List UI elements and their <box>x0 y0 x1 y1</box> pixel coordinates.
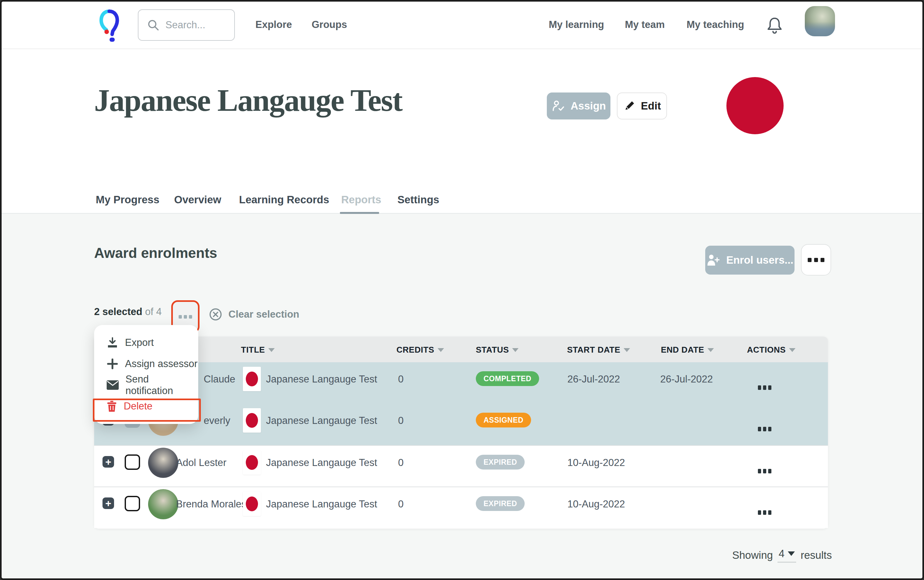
learner-name[interactable]: Adol Lester <box>176 457 226 468</box>
table-row[interactable]: + everly Japanese Langauge Test 0 ASSIGN… <box>94 404 828 445</box>
status-badge: EXPIRED <box>476 455 525 470</box>
expand-row-icon[interactable]: + <box>102 456 114 468</box>
nav-my-teaching[interactable]: My teaching <box>686 19 744 31</box>
enrol-users-label: Enrol users... <box>726 254 793 266</box>
credits-value: 0 <box>398 498 404 510</box>
column-header-end-date[interactable]: END DATE <box>661 345 714 355</box>
plus-icon <box>106 358 119 370</box>
row-actions-button[interactable] <box>758 469 771 473</box>
clear-circle-x-icon <box>208 307 223 321</box>
selection-count: 2 selected <box>94 306 142 317</box>
status-badge: COMPLETED <box>476 371 539 386</box>
tab-overview[interactable]: Overview <box>174 194 221 206</box>
enrolments-table: TITLE CREDITS STATUS START DATE END DATE… <box>94 336 828 529</box>
sort-caret-icon <box>789 348 795 352</box>
end-date: 26-Jul-2022 <box>660 374 713 385</box>
page-title: Japanese Langauge Test <box>94 82 402 118</box>
nav-my-team[interactable]: My team <box>625 19 665 31</box>
credits-value: 0 <box>398 374 404 385</box>
credits-value: 0 <box>398 415 404 427</box>
award-title[interactable]: Japanese Langauge Test <box>266 415 377 427</box>
brand-logo-icon[interactable] <box>98 9 120 42</box>
table-row[interactable]: + Brenda Morales Japanese Langauge Test … <box>94 486 828 528</box>
column-header-credits[interactable]: CREDITS <box>396 345 444 355</box>
menu-item-export[interactable]: Export <box>94 332 198 353</box>
award-title[interactable]: Japanese Langauge Test <box>266 374 377 385</box>
sort-caret-icon <box>268 348 275 352</box>
tab-learning-records[interactable]: Learning Records <box>239 194 329 206</box>
pencil-icon <box>623 100 636 112</box>
start-date: 10-Aug-2022 <box>568 498 625 510</box>
expand-row-icon[interactable]: + <box>102 498 114 509</box>
section-more-button[interactable] <box>801 244 831 275</box>
more-icon <box>179 315 182 319</box>
column-header-actions[interactable]: ACTIONS <box>747 345 795 355</box>
enrol-users-button[interactable]: Enrol users... <box>705 246 795 275</box>
row-avatar <box>148 448 178 478</box>
sort-caret-icon <box>512 348 518 352</box>
search-icon <box>147 19 160 31</box>
row-actions-button[interactable] <box>758 386 771 390</box>
assign-button[interactable]: Assign <box>547 92 610 119</box>
start-date: 26-Jul-2022 <box>568 374 620 385</box>
results-pagination: Showing 4 results <box>732 547 832 563</box>
app-window: Explore Groups My learning My team My te… <box>0 0 924 580</box>
envelope-icon <box>106 380 119 390</box>
results-label: results <box>800 549 832 561</box>
assign-button-label: Assign <box>571 100 606 112</box>
edit-button[interactable]: Edit <box>617 92 667 119</box>
edit-button-label: Edit <box>641 100 661 112</box>
award-thumbnail-japan-flag <box>243 450 261 475</box>
bulk-actions-menu: Export Assign assessor Send notification… <box>94 325 198 424</box>
column-header-title[interactable]: TITLE <box>241 345 275 355</box>
award-title[interactable]: Japanese Langauge Test <box>266 457 377 468</box>
column-header-start-date[interactable]: START DATE <box>567 345 630 355</box>
section-heading: Award enrolments <box>94 245 217 261</box>
status-badge: EXPIRED <box>476 496 525 511</box>
nav-groups[interactable]: Groups <box>312 19 347 31</box>
row-actions-button[interactable] <box>758 427 771 431</box>
sort-caret-icon <box>437 348 444 352</box>
menu-item-assign-assessor[interactable]: Assign assessor <box>94 353 198 374</box>
nav-explore[interactable]: Explore <box>256 19 292 31</box>
award-thumbnail-japan-flag <box>243 492 261 516</box>
row-actions-button[interactable] <box>758 510 771 515</box>
status-badge: ASSIGNED <box>476 413 531 427</box>
results-count-dropdown[interactable]: 4 <box>777 547 796 563</box>
tab-settings[interactable]: Settings <box>398 194 439 206</box>
row-avatar <box>148 489 178 519</box>
person-plus-icon <box>706 254 721 267</box>
user-avatar[interactable] <box>805 6 835 36</box>
award-title[interactable]: Japanese Langauge Test <box>266 498 377 510</box>
search-input[interactable] <box>165 19 230 31</box>
award-thumbnail-japan-flag <box>243 408 261 433</box>
search-box <box>138 9 235 41</box>
row-checkbox[interactable] <box>125 496 140 511</box>
sort-caret-icon <box>624 348 630 352</box>
award-image-japan-flag <box>726 77 784 134</box>
tab-reports[interactable]: Reports <box>341 194 381 206</box>
award-thumbnail-japan-flag <box>243 367 261 391</box>
person-check-icon <box>551 99 566 113</box>
sort-caret-icon <box>708 348 714 352</box>
table-row[interactable]: + Claude Japanese Langauge Test 0 COMPLE… <box>94 362 828 404</box>
table-header-row: TITLE CREDITS STATUS START DATE END DATE… <box>94 336 828 362</box>
download-icon <box>106 336 119 349</box>
menu-item-delete[interactable]: Delete <box>94 395 198 417</box>
column-header-status[interactable]: STATUS <box>476 345 518 355</box>
menu-item-send-notification[interactable]: Send notification <box>94 374 198 395</box>
tab-my-progress[interactable]: My Progress <box>96 194 159 206</box>
nav-my-learning[interactable]: My learning <box>549 19 604 31</box>
selection-summary: 2 selected of 4 <box>94 306 162 318</box>
chevron-down-icon <box>788 551 795 556</box>
selection-of: of 4 <box>145 306 162 317</box>
notification-bell-icon[interactable] <box>766 16 783 35</box>
table-row[interactable]: + Adol Lester Japanese Langauge Test 0 E… <box>94 445 828 486</box>
more-icon <box>808 258 812 262</box>
top-navbar: Explore Groups My learning My team My te… <box>2 2 922 49</box>
start-date: 10-Aug-2022 <box>568 457 625 468</box>
row-checkbox[interactable] <box>125 455 140 470</box>
credits-value: 0 <box>398 457 404 468</box>
learner-name[interactable]: Brenda Morales <box>176 498 246 510</box>
clear-selection-button[interactable]: Clear selection <box>208 307 299 321</box>
